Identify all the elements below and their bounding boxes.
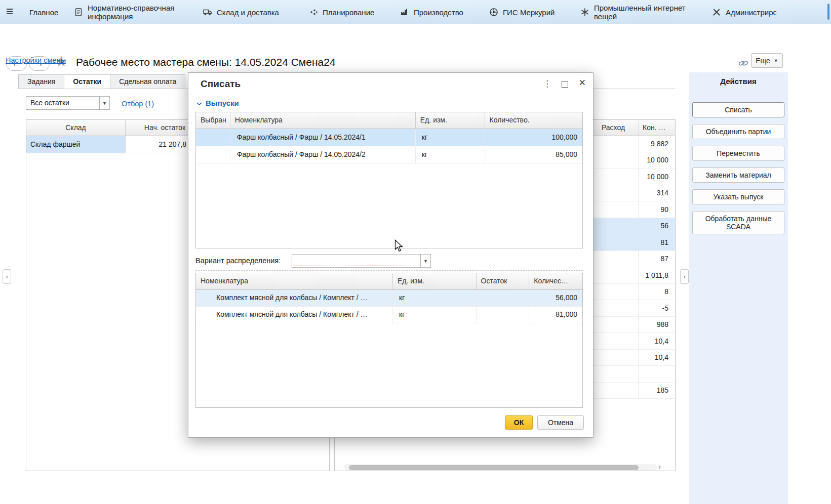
app-window: ≡ Главное Нормативно-справочная информац… [0, 0, 831, 504]
nav-item-production[interactable]: Производство [400, 0, 463, 24]
distribution-variant-label: Вариант распределения: [195, 257, 281, 265]
nav-item-industrial-iot[interactable]: Промышленный интернет вещей [580, 0, 698, 24]
horizontal-scrollbar[interactable] [344, 464, 657, 471]
wheel-icon [489, 8, 498, 17]
quantity-cell[interactable]: 81,000 [529, 307, 582, 323]
column-header-nomenclature[interactable]: Номенклатура [230, 112, 416, 129]
selection-filter-link[interactable]: Отбор (1) [122, 100, 154, 108]
dialog-title: Списать [201, 78, 241, 90]
rest-cell[interactable] [477, 307, 530, 323]
material-row-selected[interactable]: Комплект мясной для колбасы / Комплект /… [196, 290, 582, 307]
document-icon [74, 8, 83, 17]
unit-cell[interactable]: кг [393, 290, 477, 306]
column-header-quantity[interactable]: Количество. [485, 112, 583, 129]
page-title: Рабочее место мастера смены: 14.05.2024 … [76, 56, 336, 68]
nomenclature-cell[interactable]: Фарш колбасный / Фарш / 14.05.2024/2 [230, 146, 416, 163]
rest-cell[interactable] [477, 290, 530, 306]
actions-panel-title: Действия [689, 77, 788, 86]
move-button[interactable]: Переместить [692, 146, 784, 161]
right-panel-expand-chevron[interactable]: › [680, 269, 689, 284]
actions-panel: Действия Списать Объединить партии Перем… [689, 72, 788, 504]
output-row[interactable]: Фарш колбасный / Фарш / 14.05.2024/2 кг … [196, 146, 582, 163]
outputs-group-toggle[interactable]: Выпуски [196, 99, 239, 107]
shift-settings-link[interactable]: Настройки смены [6, 56, 66, 64]
write-off-button[interactable]: Списать [692, 102, 784, 117]
tab-remainders[interactable]: Остатки [64, 74, 110, 89]
nav-item-gis-mercury[interactable]: ГИС Меркурий [489, 0, 555, 24]
tab-piecework-pay[interactable]: Сдельная оплата [110, 74, 185, 89]
dialog-maximize-icon[interactable] [562, 81, 568, 89]
outputs-table: Выбран Номенклатура Ед. изм. Количество.… [195, 112, 583, 248]
required-field-marker [294, 266, 418, 266]
unit-cell[interactable]: кг [393, 307, 477, 323]
nomenclature-cell[interactable]: Комплект мясной для колбасы / Комплект /… [196, 290, 393, 306]
tools-icon [712, 8, 721, 17]
tab-strip: Задания Остатки Сдельная оплата [18, 74, 185, 89]
nav-item-reference-info[interactable]: Нормативно-справочная информация [74, 0, 198, 24]
nav-item-warehouse-delivery[interactable]: Склад и доставка [203, 0, 279, 24]
factory-icon [400, 8, 409, 17]
tab-tasks[interactable]: Задания [18, 74, 64, 89]
scrollbar-thumb[interactable] [349, 465, 639, 470]
material-row[interactable]: Комплект мясной для колбасы / Комплект /… [196, 307, 582, 323]
planning-dots-icon [309, 8, 318, 17]
unit-cell[interactable]: кг [416, 129, 485, 146]
cancel-button[interactable]: Отмена [537, 415, 584, 430]
more-button[interactable]: Еще▼ [751, 53, 783, 68]
unit-cell[interactable]: кг [416, 146, 485, 163]
output-row-selected[interactable]: Фарш колбасный / Фарш / 14.05.2024/1 кг … [196, 129, 582, 146]
outputs-table-header: Выбран Номенклатура Ед. изм. Количество. [196, 112, 582, 129]
specify-output-button[interactable]: Указать выпуск [692, 189, 784, 204]
title-bar: ←→ ★ Рабочее место мастера смены: 14.05.… [0, 24, 831, 51]
nav-item-administration[interactable]: Администрирование [712, 0, 776, 24]
nomenclature-cell[interactable]: Фарш колбасный / Фарш / 14.05.2024/1 [230, 129, 416, 146]
remainders-filter-select[interactable]: Все остатки ▼ [26, 96, 110, 110]
warehouse-cell[interactable]: Склад фаршей [26, 136, 126, 153]
column-header-selected[interactable]: Выбран [196, 112, 230, 129]
quantity-cell[interactable]: 56,000 [529, 290, 582, 306]
column-header-nomenclature[interactable]: Номенклатура [196, 273, 393, 289]
column-header-rest[interactable]: Остаток [477, 273, 530, 289]
merge-batches-button[interactable]: Объединить партии [692, 124, 784, 139]
chevron-down-icon: ▼ [423, 259, 428, 264]
ok-button[interactable]: ОК [505, 415, 533, 430]
scrollbar-right-arrow[interactable]: › [658, 462, 661, 471]
materials-table-header: Номенклатура Ед. изм. Остаток Количес… [196, 273, 582, 290]
distribution-variant-combobox[interactable]: ▼ [292, 254, 431, 268]
dashed-separator [195, 270, 583, 271]
column-header-consumption[interactable]: Расход [588, 120, 639, 135]
left-panel-expand-chevron[interactable]: › [3, 269, 11, 284]
dialog-kebab-menu-icon[interactable]: ⋮ [543, 78, 551, 89]
combobox-dropdown-button[interactable]: ▼ [421, 254, 431, 268]
replace-material-button[interactable]: Заменить материал [692, 167, 784, 183]
asterisk-icon [580, 8, 589, 17]
top-navigation: ≡ Главное Нормативно-справочная информац… [0, 0, 831, 25]
quantity-cell[interactable]: 85,000 [485, 146, 583, 163]
selected-cell[interactable] [196, 129, 230, 146]
hamburger-menu-icon[interactable]: ≡ [6, 4, 14, 19]
mouse-cursor [394, 239, 404, 255]
quantity-cell[interactable]: 100,000 [485, 129, 583, 146]
distribution-variant-input[interactable] [292, 254, 421, 268]
nav-item-main[interactable]: Главное [29, 0, 58, 24]
column-header-end-balance[interactable]: Кон. … [643, 120, 665, 135]
select-dropdown-button[interactable]: ▼ [99, 96, 110, 110]
dialog-close-icon[interactable]: × [579, 76, 585, 90]
column-header-quantity[interactable]: Количес… [529, 273, 582, 289]
column-header-unit[interactable]: Ед. изм. [393, 273, 477, 289]
column-header-unit[interactable]: Ед. изм. [416, 112, 485, 129]
column-header-warehouse[interactable]: Склад [26, 120, 126, 136]
nav-item-planning[interactable]: Планирование [309, 0, 374, 24]
link-icon[interactable] [738, 58, 748, 70]
chevron-down-icon: ▼ [102, 101, 107, 106]
nav-scrollbar[interactable] [827, 4, 829, 20]
write-off-dialog: Списать ⋮ × Выпуски Выбран Номенклатура … [188, 72, 593, 438]
process-scada-button[interactable]: Обработать данные SCADA [692, 211, 784, 234]
materials-table: Номенклатура Ед. изм. Остаток Количес… К… [195, 273, 583, 408]
chevron-down-icon [196, 99, 202, 107]
chevron-down-icon: ▼ [774, 58, 778, 63]
nomenclature-cell[interactable]: Комплект мясной для колбасы / Комплект /… [196, 307, 393, 323]
truck-icon [203, 8, 212, 17]
selected-cell[interactable] [196, 146, 230, 163]
